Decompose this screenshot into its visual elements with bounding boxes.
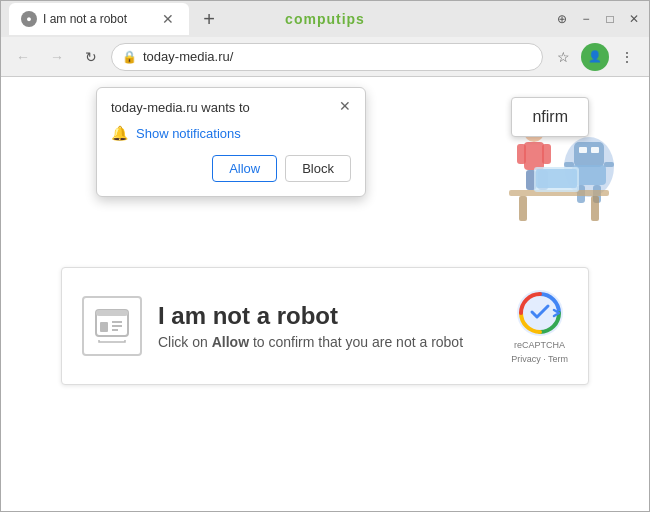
recaptcha-logo	[515, 288, 565, 338]
bell-icon: 🔔	[111, 125, 128, 141]
nav-bar: ← → ↻ 🔒 today-media.ru/ ☆ 👤 ⋮	[1, 37, 649, 77]
browser-window: ● I am not a robot ✕ + computips ⊕ − □ ✕…	[0, 0, 650, 512]
recaptcha-links: Privacy · Term	[511, 354, 568, 364]
svg-rect-8	[604, 162, 614, 167]
browser-brand: computips	[285, 11, 365, 27]
maximize-button[interactable]: □	[603, 12, 617, 26]
captcha-allow-highlight: Allow	[212, 334, 249, 350]
captcha-icon	[82, 296, 142, 356]
svg-rect-19	[536, 169, 577, 188]
svg-rect-10	[524, 142, 544, 170]
confirm-button-partial[interactable]: nfirm	[511, 97, 589, 137]
svg-rect-12	[542, 144, 551, 164]
captcha-description: Click on Allow to confirm that you are n…	[158, 334, 495, 350]
recaptcha-label: reCAPTCHA	[514, 340, 565, 352]
captcha-title: I am not a robot	[158, 302, 495, 330]
popup-close-button[interactable]: ✕	[335, 96, 355, 116]
address-bar[interactable]: 🔒 today-media.ru/	[111, 43, 543, 71]
back-button[interactable]: ←	[9, 43, 37, 71]
window-controls: ⊕ − □ ✕	[555, 12, 641, 26]
captcha-text-area: I am not a robot Click on Allow to confi…	[158, 302, 495, 350]
svg-rect-7	[564, 162, 574, 167]
browser-tab[interactable]: ● I am not a robot ✕	[9, 3, 189, 35]
captcha-desc-after: to confirm that you are not a robot	[249, 334, 463, 350]
svg-rect-16	[519, 196, 527, 221]
minimize-button[interactable]: −	[579, 12, 593, 26]
popup-notification-row: 🔔 Show notifications	[111, 125, 351, 141]
popup-buttons: Allow Block	[111, 155, 351, 182]
svg-rect-3	[591, 147, 599, 153]
tab-title: I am not a robot	[43, 12, 127, 26]
url-text: today-media.ru/	[143, 49, 532, 64]
page-content: nfirm ✕ today-media.ru wants to 🔔 Show n…	[1, 77, 649, 511]
svg-rect-1	[574, 142, 604, 167]
notification-popup: ✕ today-media.ru wants to 🔔 Show notific…	[96, 87, 366, 197]
profile-button[interactable]: 👤	[581, 43, 609, 71]
menu-button[interactable]: ⋮	[613, 43, 641, 71]
lock-icon: 🔒	[122, 50, 137, 64]
bookmark-button[interactable]: ☆	[549, 43, 577, 71]
captcha-card: I am not a robot Click on Allow to confi…	[61, 267, 589, 385]
forward-button[interactable]: →	[43, 43, 71, 71]
tab-close-button[interactable]: ✕	[159, 10, 177, 28]
new-tab-button[interactable]: +	[195, 5, 223, 33]
popup-title: today-media.ru wants to	[111, 100, 351, 115]
svg-rect-2	[579, 147, 587, 153]
refresh-button[interactable]: ↻	[77, 43, 105, 71]
title-bar: ● I am not a robot ✕ + computips ⊕ − □ ✕	[1, 1, 649, 37]
svg-rect-22	[100, 322, 108, 332]
nav-right-buttons: ☆ 👤 ⋮	[549, 43, 641, 71]
cast-icon[interactable]: ⊕	[555, 12, 569, 26]
svg-rect-17	[591, 196, 599, 221]
allow-button[interactable]: Allow	[212, 155, 277, 182]
show-notifications-link[interactable]: Show notifications	[136, 126, 241, 141]
captcha-icon-svg	[94, 308, 130, 344]
svg-rect-21	[96, 310, 128, 316]
captcha-desc-before: Click on	[158, 334, 212, 350]
close-button[interactable]: ✕	[627, 12, 641, 26]
block-button[interactable]: Block	[285, 155, 351, 182]
svg-rect-11	[517, 144, 526, 164]
tab-favicon: ●	[21, 11, 37, 27]
recaptcha-badge: reCAPTCHA Privacy · Term	[511, 288, 568, 364]
